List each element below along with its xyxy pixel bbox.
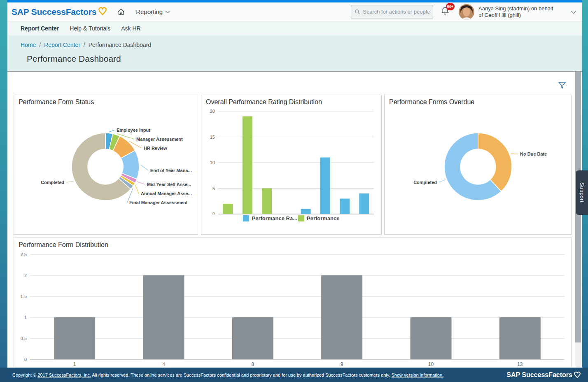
dashboard-panel: Performance Form Status Employee InputMa… xyxy=(7,71,582,368)
subheader: Home / Report Center / Performance Dashb… xyxy=(7,35,582,71)
page-title: Performance Dashboard xyxy=(27,54,582,64)
user-name-line1: Aanya Sing (sfadmin) on behalf xyxy=(478,5,568,12)
chevron-down-icon xyxy=(571,10,576,14)
slice-label: Manager Assessment xyxy=(136,137,183,142)
filter-button[interactable] xyxy=(558,81,567,90)
y-axis-tick-label: 20 xyxy=(210,109,215,114)
bar[interactable] xyxy=(340,199,350,214)
breadcrumb: Home / Report Center / Performance Dashb… xyxy=(7,35,582,48)
user-name: Aanya Sing (sfadmin) on behalf of Geoff … xyxy=(478,5,568,19)
copyright-link[interactable]: 2017 SuccessFactors, Inc. xyxy=(37,373,91,377)
overall-performance-rating-bar-chart: 05101520 xyxy=(201,95,381,214)
y-axis-tick-label: 15 xyxy=(210,135,215,140)
copyright-middle: All rights reserved. These online servic… xyxy=(91,373,392,377)
slice-label: Mid-Year Self Asse... xyxy=(147,182,191,187)
y-axis-tick-label: 2.5 xyxy=(21,252,27,257)
label-leader-line xyxy=(439,179,446,182)
y-axis-tick-label: 5 xyxy=(212,186,215,191)
bar[interactable] xyxy=(143,275,184,359)
bar[interactable] xyxy=(301,209,311,214)
footer-copyright: Copyright © 2017 SuccessFactors, Inc. Al… xyxy=(12,373,506,377)
y-axis-tick-label: 1 xyxy=(24,315,27,320)
x-axis-category-label: 4 xyxy=(162,361,165,367)
footer: Copyright © 2017 SuccessFactors, Inc. Al… xyxy=(0,368,588,382)
bar[interactable] xyxy=(243,116,252,214)
footer-sap-successfactors-logo: SAP SuccessFactors xyxy=(506,371,581,379)
user-menu-button[interactable] xyxy=(571,8,576,16)
bar[interactable] xyxy=(320,158,330,214)
y-axis-tick-label: 2 xyxy=(24,273,27,278)
slice-label: End of Year Mana... xyxy=(150,168,192,173)
performance-form-status-donut-chart: Employee InputManager AssessmentHR Revie… xyxy=(14,95,198,234)
y-axis-tick-label: 10 xyxy=(210,160,215,165)
reporting-menu[interactable]: Reporting xyxy=(136,8,170,15)
notification-count-badge: 50+ xyxy=(446,3,455,10)
legend-swatch xyxy=(298,215,304,221)
footer-logo-text: SAP SuccessFactors xyxy=(506,371,572,379)
legend-label: Performance xyxy=(307,215,339,221)
legend-item-performance[interactable]: Performance xyxy=(298,215,339,221)
sap-successfactors-logo[interactable]: SAP SuccessFactors xyxy=(12,7,108,17)
copyright-prefix: Copyright © xyxy=(12,373,37,377)
bar[interactable] xyxy=(321,275,362,359)
bar[interactable] xyxy=(262,189,272,214)
support-tab[interactable]: Support xyxy=(576,170,588,215)
x-axis-category-label: 13 xyxy=(517,361,523,367)
legend-item-performance-rating[interactable]: Performance Ra... xyxy=(243,215,297,221)
performance-forms-overdue-donut-chart: No Due DateCompleted xyxy=(385,95,571,234)
heart-icon xyxy=(97,6,108,16)
bar[interactable] xyxy=(223,204,233,214)
search-box[interactable] xyxy=(351,5,433,19)
home-icon[interactable] xyxy=(117,8,125,16)
label-leader-line xyxy=(66,181,74,182)
breadcrumb-report-center-link[interactable]: Report Center xyxy=(44,42,80,48)
tab-help-tutorials[interactable]: Help & Tutorials xyxy=(70,25,110,32)
notifications-button[interactable]: 50+ xyxy=(441,6,450,18)
bar[interactable] xyxy=(411,317,452,359)
legend-label: Performance Ra... xyxy=(252,215,297,221)
slice-label: HR Review xyxy=(144,146,167,151)
chart-panel-overall-performance-rating: Overall Performance Rating Distribution … xyxy=(201,95,382,235)
search-input[interactable] xyxy=(363,9,429,15)
slice-label: No Due Date xyxy=(520,151,547,156)
breadcrumb-separator: / xyxy=(39,42,41,48)
x-axis-category-label: 1 xyxy=(73,361,76,367)
user-avatar[interactable] xyxy=(459,4,474,20)
heart-icon xyxy=(573,371,581,379)
slice-label: Completed xyxy=(413,180,437,185)
y-axis-tick-label: 0.5 xyxy=(21,336,27,341)
slice-label: Final Manager Assessment xyxy=(129,200,188,205)
donut-slice[interactable] xyxy=(478,133,512,191)
slice-label: Employee Input xyxy=(117,128,150,133)
module-tabs: Report Center Help & Tutorials Ask HR xyxy=(7,21,582,35)
breadcrumb-home-link[interactable]: Home xyxy=(21,42,36,48)
vertical-scrollbar-track[interactable] xyxy=(575,72,581,368)
y-axis-tick-label: 0 xyxy=(24,357,27,362)
x-axis-category-label: 10 xyxy=(428,361,434,367)
bar[interactable] xyxy=(232,317,273,359)
breadcrumb-separator: / xyxy=(84,42,85,48)
logo-text: SAP SuccessFactors xyxy=(12,7,96,17)
breadcrumb-current: Performance Dashboard xyxy=(89,42,152,48)
show-version-link[interactable]: Show version information. xyxy=(392,373,444,377)
performance-form-distribution-bar-chart: 00.511.522.514891013 xyxy=(14,238,571,367)
bar[interactable] xyxy=(54,317,95,359)
user-name-line2: of Geoff Hill (ghill) xyxy=(478,12,568,19)
chevron-down-icon xyxy=(165,10,170,14)
slice-label: Completed xyxy=(41,180,64,185)
chart-legend: Performance Ra... Performance xyxy=(201,215,381,221)
y-axis-tick-label: 1.5 xyxy=(21,294,27,299)
x-axis-category-label: 8 xyxy=(251,361,254,367)
bar[interactable] xyxy=(359,193,369,214)
label-leader-line xyxy=(109,130,114,132)
slice-label: Annual Manager Asse... xyxy=(141,191,192,196)
content-frame: SAP SuccessFactors Reporting xyxy=(7,0,582,368)
filter-funnel-icon xyxy=(558,81,567,90)
bar[interactable] xyxy=(499,317,541,359)
tab-ask-hr[interactable]: Ask HR xyxy=(121,25,140,32)
legend-swatch xyxy=(243,215,249,221)
y-axis-tick-label: 0 xyxy=(212,212,215,214)
tab-report-center[interactable]: Report Center xyxy=(21,25,59,32)
search-icon xyxy=(355,9,360,15)
chart-panel-performance-form-status: Performance Form Status Employee InputMa… xyxy=(14,95,198,235)
